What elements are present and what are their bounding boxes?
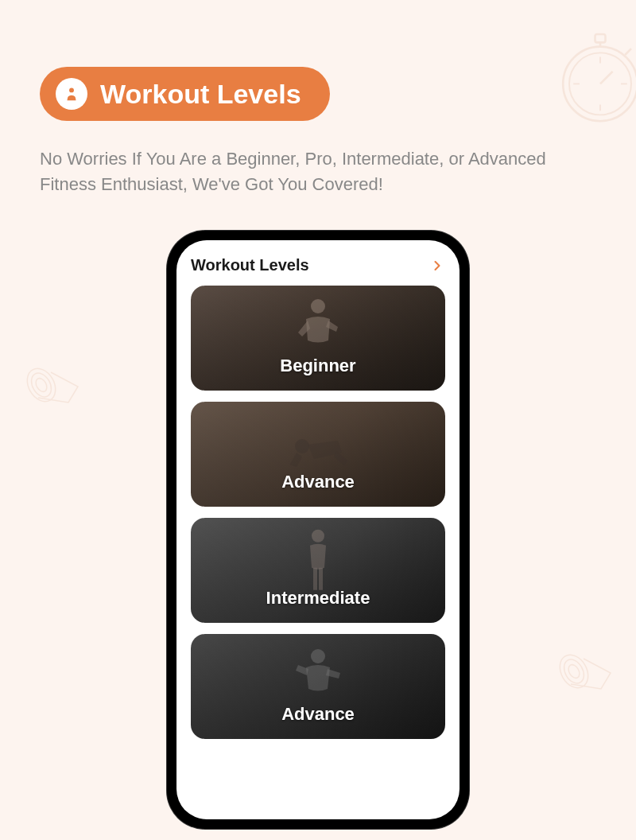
level-card-beginner[interactable]: Beginner bbox=[191, 286, 445, 391]
level-label: Advance bbox=[281, 704, 355, 725]
stopwatch-decoration bbox=[549, 24, 636, 127]
level-label: Advance bbox=[281, 472, 355, 492]
figure-icon bbox=[282, 421, 354, 476]
svg-point-22 bbox=[311, 649, 325, 663]
yoga-mat-decoration-right bbox=[556, 649, 620, 697]
svg-point-17 bbox=[311, 299, 325, 313]
chevron-right-icon[interactable] bbox=[429, 258, 445, 274]
svg-point-16 bbox=[69, 88, 74, 92]
section-title: Workout Levels bbox=[100, 79, 301, 110]
person-icon bbox=[56, 78, 87, 110]
phone-screen: Workout Levels Beginner Advance bbox=[176, 240, 460, 819]
level-label: Beginner bbox=[280, 356, 355, 376]
section-header-pill: Workout Levels bbox=[40, 67, 330, 121]
svg-point-12 bbox=[33, 376, 48, 394]
level-label: Intermediate bbox=[266, 588, 370, 609]
screen-title: Workout Levels bbox=[191, 256, 309, 274]
svg-rect-2 bbox=[595, 34, 606, 42]
level-card-advance[interactable]: Advance bbox=[191, 402, 445, 507]
phone-mockup: Workout Levels Beginner Advance bbox=[167, 231, 469, 829]
svg-point-19 bbox=[312, 530, 324, 542]
svg-rect-20 bbox=[313, 568, 317, 590]
level-card-intermediate[interactable]: Intermediate bbox=[191, 518, 445, 623]
figure-icon bbox=[294, 527, 342, 594]
svg-rect-21 bbox=[319, 568, 323, 590]
svg-line-9 bbox=[600, 72, 613, 84]
screen-header: Workout Levels bbox=[191, 256, 445, 274]
svg-line-4 bbox=[625, 49, 631, 55]
svg-point-15 bbox=[566, 663, 581, 680]
svg-point-18 bbox=[295, 439, 309, 453]
level-card-advance-2[interactable]: Advance bbox=[191, 634, 445, 739]
svg-point-11 bbox=[27, 370, 55, 401]
figure-icon bbox=[290, 297, 346, 360]
section-subtitle: No Worries If You Are a Beginner, Pro, I… bbox=[40, 146, 596, 197]
svg-point-14 bbox=[560, 656, 588, 687]
yoga-mat-decoration-left bbox=[24, 363, 87, 410]
figure-icon bbox=[286, 645, 350, 709]
